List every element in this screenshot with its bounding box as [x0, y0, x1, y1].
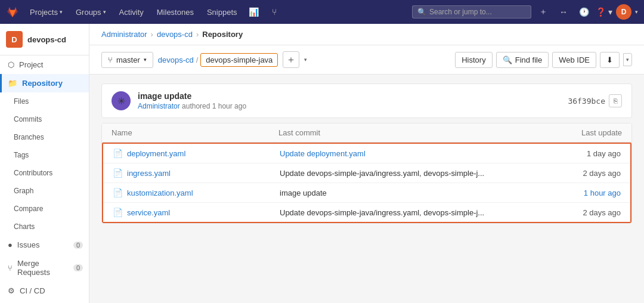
sidebar-item-files[interactable]: Files	[0, 92, 89, 110]
commit-authored-text: authored	[182, 102, 212, 110]
commit-author-avatar: ✳	[112, 91, 131, 110]
merge-icon[interactable]: ↔	[555, 4, 572, 20]
fork-icon[interactable]: ⑂	[266, 4, 283, 20]
help-menu[interactable]: ❓ ▾	[596, 4, 612, 20]
file-link[interactable]: service.yaml	[127, 208, 170, 217]
user-chevron: ▾	[635, 9, 638, 15]
col-last-commit: Last commit	[278, 128, 538, 137]
sidebar-item-graph[interactable]: Graph	[0, 182, 89, 200]
sidebar-item-branches[interactable]: Branches	[0, 128, 89, 146]
commit-meta: Administrator authored 1 hour ago	[138, 102, 561, 110]
file-last-update: 1 hour ago	[537, 188, 621, 197]
highlighted-files-wrapper: 📄 deployment.yaml Update deployment.yaml…	[102, 143, 631, 223]
file-table: Name Last commit Last update 📄 deploymen…	[101, 123, 632, 224]
path-current: devops-simple-java	[200, 53, 278, 67]
projects-chevron: ▾	[60, 9, 63, 15]
path-root-link[interactable]: devops-cd	[158, 55, 194, 64]
clone-button[interactable]: ⬇	[600, 52, 620, 68]
project-name: devops-cd	[27, 35, 66, 44]
path-breadcrumb: devops-cd / devops-simple-java	[158, 53, 278, 67]
commit-time: 1 hour ago	[212, 102, 246, 110]
file-icon: 📄	[113, 208, 123, 217]
sidebar-item-contributors[interactable]: Contributors	[0, 164, 89, 182]
table-row: 📄 service.yaml Update devops-simple-java…	[103, 203, 630, 222]
web-ide-button[interactable]: Web IDE	[552, 52, 596, 68]
branch-icon: ⑂	[108, 55, 113, 64]
sidebar-item-project[interactable]: ⬡ Project	[0, 55, 89, 74]
mr-icon: ⑂	[8, 264, 13, 273]
breadcrumb-project[interactable]: devops-cd	[157, 30, 193, 39]
gitlab-logo[interactable]	[6, 5, 19, 18]
commit-author-link[interactable]: Administrator	[138, 102, 180, 110]
file-link[interactable]: deployment.yaml	[127, 149, 185, 158]
project-avatar: D	[6, 31, 23, 48]
sidebar-item-compare[interactable]: Compare	[0, 200, 89, 218]
groups-menu[interactable]: Groups ▾	[71, 5, 111, 19]
plus-icon[interactable]: ＋	[535, 4, 552, 20]
sidebar-item-repository[interactable]: 📁 Repository	[0, 74, 89, 92]
sidebar-item-commits[interactable]: Commits	[0, 110, 89, 128]
project-icon: ⬡	[8, 60, 14, 69]
file-link[interactable]: kustomization.yaml	[127, 188, 193, 197]
user-avatar[interactable]: D	[616, 4, 631, 20]
breadcrumb: Administrator › devops-cd › Repository	[89, 24, 644, 45]
repo-toolbar-actions: History 🔍 Find file Web IDE ⬇ ▾	[455, 52, 632, 68]
breadcrumb-admin[interactable]: Administrator	[101, 30, 147, 39]
find-file-button[interactable]: 🔍 Find file	[496, 52, 549, 68]
top-navigation: Projects ▾ Groups ▾ Activity Milestones …	[0, 0, 644, 24]
file-commit-msg: Update deployment.yaml	[280, 149, 537, 158]
file-table-header: Name Last commit Last update	[102, 123, 631, 143]
commit-msg-link[interactable]: Update deployment.yaml	[280, 149, 366, 158]
file-icon: 📄	[113, 188, 123, 197]
add-file-button[interactable]: ＋	[283, 51, 299, 68]
file-name-cell: 📄 deployment.yaml	[113, 149, 280, 158]
repo-toolbar: ⑂ master ▾ devops-cd / devops-simple-jav…	[89, 45, 644, 75]
sidebar: D devops-cd ⬡ Project 📁 Repository Files…	[0, 24, 89, 303]
projects-menu[interactable]: Projects ▾	[25, 5, 67, 19]
clone-chevron[interactable]: ▾	[623, 53, 632, 66]
breadcrumb-current: Repository	[202, 30, 243, 39]
file-link[interactable]: ingress.yaml	[127, 169, 171, 178]
file-last-update: 1 day ago	[537, 149, 621, 158]
history-button[interactable]: History	[455, 52, 492, 68]
issues-badge: 0	[73, 242, 83, 249]
search-input[interactable]	[429, 8, 519, 16]
sidebar-item-operations[interactable]: ⚙ Operations	[0, 300, 89, 303]
file-name-cell: 📄 ingress.yaml	[113, 168, 280, 178]
file-commit-msg: Update devops-simple-java/ingress.yaml, …	[280, 208, 537, 217]
file-last-update: 2 days ago	[537, 169, 621, 178]
snippets-link[interactable]: Snippets	[202, 5, 242, 19]
copy-sha-button[interactable]: ⎘	[609, 94, 622, 107]
file-commit-msg: Update devops-simple-java/ingress.yaml, …	[280, 169, 537, 178]
commit-details: image update Administrator authored 1 ho…	[138, 91, 561, 110]
file-last-update: 2 days ago	[537, 208, 621, 217]
file-name-cell: 📄 service.yaml	[113, 208, 280, 217]
breadcrumb-sep-2: ›	[196, 30, 199, 39]
cicd-icon: ⚙	[8, 286, 15, 295]
commit-info: ✳ image update Administrator authored 1 …	[101, 84, 632, 118]
clock-icon[interactable]: 🕐	[575, 4, 592, 20]
dropdown-arrow[interactable]: ▾	[304, 57, 307, 63]
milestones-link[interactable]: Milestones	[152, 5, 199, 19]
col-last-update: Last update	[538, 128, 622, 137]
activity-link[interactable]: Activity	[114, 5, 148, 19]
col-name: Name	[112, 128, 278, 137]
sidebar-item-issues[interactable]: ● Issues 0	[0, 236, 89, 254]
path-sep: /	[196, 55, 199, 64]
branch-selector[interactable]: ⑂ master ▾	[101, 52, 153, 68]
sidebar-project-header: D devops-cd	[0, 24, 89, 55]
search-bar[interactable]: 🔍	[412, 5, 531, 18]
file-commit-msg: image update	[280, 188, 537, 197]
file-icon: 📄	[113, 149, 123, 158]
file-icon: 📄	[113, 168, 123, 178]
sidebar-item-tags[interactable]: Tags	[0, 146, 89, 164]
sidebar-item-charts[interactable]: Charts	[0, 218, 89, 236]
commit-message: image update	[138, 91, 561, 101]
mr-badge: 0	[73, 264, 83, 271]
table-row: 📄 kustomization.yaml image update 1 hour…	[103, 183, 630, 203]
chart-icon[interactable]: 📊	[246, 4, 262, 20]
groups-chevron: ▾	[103, 9, 106, 15]
file-name-cell: 📄 kustomization.yaml	[113, 188, 280, 197]
sidebar-item-merge-requests[interactable]: ⑂ Merge Requests 0	[0, 254, 89, 282]
sidebar-item-cicd[interactable]: ⚙ CI / CD	[0, 282, 89, 300]
